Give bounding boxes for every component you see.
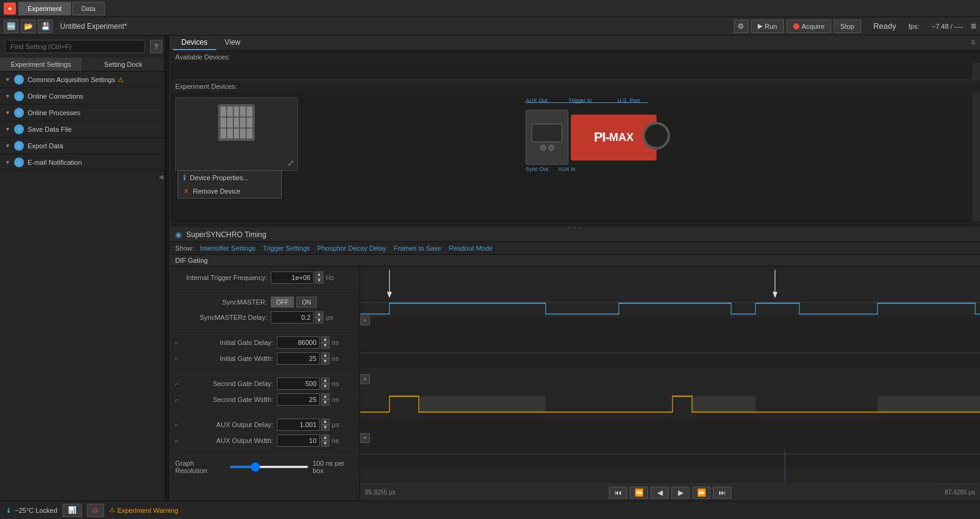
second-gate-delay-input[interactable] (277, 377, 320, 390)
tab-intensifier[interactable]: Intensifier Settings (198, 243, 258, 253)
second-gate-width-input[interactable] (277, 393, 320, 406)
devices-panel-scrollbar[interactable] (973, 93, 980, 221)
tab-devices[interactable]: Devices (173, 36, 216, 50)
second-gate-width-down[interactable]: ▼ (321, 400, 330, 406)
chart-button[interactable]: 📊 (62, 504, 82, 517)
stop-button[interactable]: Stop (834, 20, 861, 33)
tab-data[interactable]: Data (72, 2, 105, 15)
grid-cell (240, 118, 246, 127)
nav-prev-large[interactable]: ⏪ (630, 487, 648, 499)
experiment-devices-label: Experiment Devices: (170, 80, 980, 93)
syncmaster-delay-up[interactable]: ▲ (315, 311, 323, 317)
nav-next-large[interactable]: ⏩ (692, 487, 710, 499)
sidebar-item-common-acquisition[interactable]: ▼ i Common Acquisition Settings ⚠ (0, 72, 165, 88)
available-scrollbar[interactable] (973, 63, 980, 80)
nav-first[interactable]: ⏮ (609, 487, 627, 499)
time-start-label: 85.9255 μs (365, 489, 396, 496)
syncmaster-on-btn[interactable]: ON (296, 297, 317, 308)
expand-row2[interactable]: + (360, 374, 370, 384)
second-gate-group: ⌐ Second Gate Delay: ▲ ▼ ns ⌐ Second Gat… (175, 377, 355, 406)
initial-gate-delay-up[interactable]: ▲ (321, 336, 330, 343)
nav-next[interactable]: ▶ (671, 487, 690, 499)
grid-cell (240, 129, 246, 138)
tab-phosphor[interactable]: Phosphor Decay Delay (315, 243, 389, 253)
nav-last[interactable]: ⏭ (713, 487, 731, 499)
initial-gate-width-down[interactable]: ▼ (321, 358, 330, 365)
expand-row1[interactable]: + (360, 316, 370, 325)
collapse-btn[interactable]: ◀ (159, 173, 164, 180)
sidebar-item-email[interactable]: ▼ i E-mail Notification (0, 154, 165, 171)
device-properties-item[interactable]: ℹ Device Properties... (178, 171, 281, 184)
sidebar-resize-handle[interactable] (165, 36, 170, 501)
aux-delay-up[interactable]: ▲ (321, 419, 330, 425)
syncmaster-delay-down[interactable]: ▼ (315, 317, 323, 324)
tab-experiment[interactable]: Experiment (18, 2, 71, 15)
new-button[interactable]: 🆕 (4, 20, 18, 33)
sidebar-item-export[interactable]: ▼ i Export Data (0, 138, 165, 154)
menu-icon[interactable]: ≡ (971, 21, 976, 32)
initial-gate-width-input[interactable] (277, 352, 320, 365)
sidebar-item-online-processes[interactable]: ▼ i Online Processes (0, 105, 165, 121)
run-button[interactable]: ▶ Run (751, 20, 784, 33)
aux-width-input[interactable] (277, 434, 320, 447)
warn-label: Experiment Warning (118, 507, 178, 514)
save-button[interactable]: 💾 (38, 20, 53, 33)
aux-width-up[interactable]: ▲ (321, 434, 330, 441)
syncmaster-delay-input[interactable] (271, 311, 314, 324)
svg-rect-1 (360, 267, 980, 317)
tab-view[interactable]: View (216, 36, 249, 50)
trigger-freq-input[interactable] (271, 271, 314, 284)
acquire-button[interactable]: Acquire (786, 20, 831, 33)
second-gate-width-up[interactable]: ▲ (321, 393, 330, 400)
initial-gate-delay-down[interactable]: ▼ (321, 343, 330, 349)
initial-gate-delay-row: ⌐ Initial Gate Delay: ▲ ▼ ns (175, 336, 355, 349)
tab-readout[interactable]: Readout Mode (446, 243, 495, 253)
usb-port-label: U.S. Port (617, 97, 640, 104)
main-layout: ? Experiment Settings Setting Dock ▼ i C… (0, 36, 980, 501)
remove-device-item[interactable]: ✕ Remove Device (178, 184, 281, 198)
resolution-slider[interactable] (230, 466, 309, 468)
pimax-main: PI- MAX (568, 115, 657, 161)
sidebar-label-processes: Online Processes (28, 109, 80, 116)
nav-prev[interactable]: ◀ (650, 487, 669, 499)
devices-scrollbar-btn[interactable]: ≡ (968, 36, 978, 50)
device-card[interactable]: ⤢ (175, 97, 298, 171)
help-button[interactable]: ? (150, 40, 162, 53)
initial-gate-width-label: Initial Gate Width: (181, 355, 273, 362)
run-icon: ▶ (758, 22, 763, 30)
second-gate-delay-down[interactable]: ▼ (321, 384, 330, 390)
sidebar-item-save-data[interactable]: ▼ i Save Data File (0, 121, 165, 138)
aux-delay-input[interactable] (277, 419, 320, 431)
tab-setting-dock[interactable]: Setting Dock (83, 58, 165, 71)
syncmaster-off-btn[interactable]: OFF (271, 297, 294, 308)
experiment-title: Untitled Experiment* (60, 22, 127, 31)
arrow-icon-5: ▼ (5, 143, 10, 149)
settings-button[interactable]: ⚙ (734, 20, 748, 33)
sidebar-label-email: E-mail Notification (28, 159, 82, 166)
sidebar-item-online-corrections[interactable]: ▼ i Online Corrections (0, 88, 165, 105)
grid-cell (227, 129, 233, 138)
arrow-icon-4: ▼ (5, 126, 10, 132)
svg-rect-11 (360, 352, 980, 353)
initial-gate-width-up[interactable]: ▲ (321, 352, 330, 358)
aux-delay-down[interactable]: ▼ (321, 425, 330, 431)
trigger-in-label: Trigger In (568, 97, 592, 104)
pimax-pi-label: PI- (594, 129, 609, 145)
second-gate-delay-up[interactable]: ▲ (321, 377, 330, 384)
aux-width-down[interactable]: ▼ (321, 441, 330, 447)
open-button[interactable]: 📂 (21, 20, 36, 33)
tab-trigger[interactable]: Trigger Settings (260, 243, 312, 253)
initial-gate-delay-input[interactable] (277, 336, 320, 349)
expand-row3[interactable]: + (360, 433, 370, 443)
initial-gate-width-row: ⌐ Initial Gate Width: ▲ ▼ ns (175, 352, 355, 365)
svg-rect-10 (360, 302, 980, 303)
trigger-freq-down[interactable]: ▼ (315, 278, 323, 284)
device-expand-icon[interactable]: ⤢ (287, 158, 295, 168)
sidebar-label-save: Save Data File (28, 126, 72, 133)
tab-experiment-settings[interactable]: Experiment Settings (0, 58, 83, 71)
search-input[interactable] (5, 40, 145, 53)
target-button[interactable]: ◎ (87, 504, 104, 517)
trigger-freq-up[interactable]: ▲ (315, 271, 323, 278)
aux-delay-unit: μs (332, 421, 339, 428)
tab-frames[interactable]: Frames to Save (391, 243, 444, 253)
